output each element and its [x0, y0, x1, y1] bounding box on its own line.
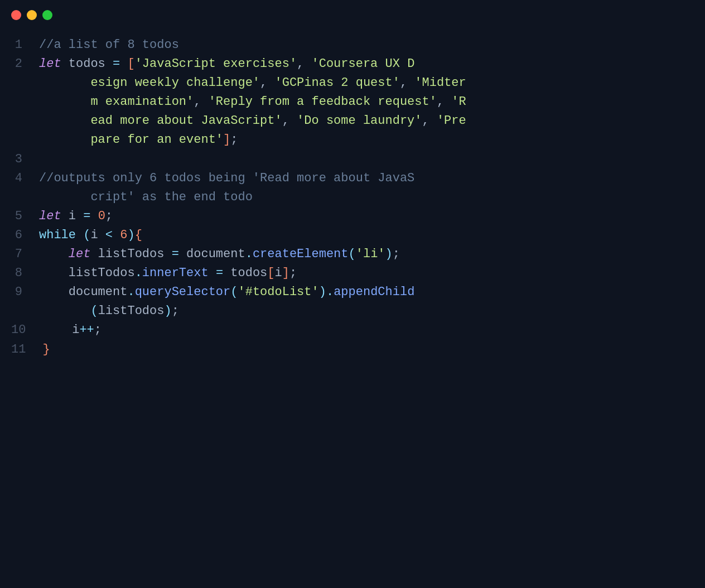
code-line-1: 1 //a list of 8 todos — [0, 36, 705, 55]
maximize-button[interactable] — [42, 10, 52, 20]
code-editor-window: 1 //a list of 8 todos 2 let todos = ['Ja… — [0, 0, 705, 588]
code-line-6: 6 while (i < 6){ — [0, 226, 705, 245]
minimize-button[interactable] — [27, 10, 37, 20]
line-number-11: 11 — [11, 340, 42, 359]
code-line-11: 11 } — [0, 340, 705, 359]
line-content-7: let listTodos = document.createElement('… — [39, 245, 400, 264]
code-line-3: 3 — [0, 150, 705, 169]
code-line-8: 8 listTodos.innerText = todos[i]; — [0, 264, 705, 283]
line-number-4: 4 — [11, 169, 39, 188]
line-content-5: let i = 0; — [39, 207, 113, 226]
line-content-8: listTodos.innerText = todos[i]; — [39, 264, 297, 283]
line-content-4: //outputs only 6 todos being 'Read more … — [39, 169, 414, 207]
code-line-10: 10 i++; — [0, 321, 705, 340]
code-line-9: 9 document.querySelector('#todoList').ap… — [0, 283, 705, 321]
code-line-5: 5 let i = 0; — [0, 207, 705, 226]
line-content-6: while (i < 6){ — [39, 226, 142, 245]
line-content-2: let todos = ['JavaScript exercises', 'Co… — [39, 55, 466, 150]
code-line-7: 7 let listTodos = document.createElement… — [0, 245, 705, 264]
line-content-10: i++; — [42, 321, 102, 340]
line-number-6: 6 — [11, 226, 39, 245]
line-content-11: } — [42, 340, 50, 359]
line-number-2: 2 — [11, 55, 39, 74]
line-number-9: 9 — [11, 283, 39, 302]
line-content-3 — [39, 150, 46, 169]
line-number-3: 3 — [11, 150, 39, 169]
close-button[interactable] — [11, 10, 21, 20]
title-bar — [0, 0, 705, 30]
line-number-1: 1 — [11, 36, 39, 55]
line-content-9: document.querySelector('#todoList').appe… — [39, 283, 414, 321]
code-line-2: 2 let todos = ['JavaScript exercises', '… — [0, 55, 705, 150]
line-content-1: //a list of 8 todos — [39, 36, 179, 55]
line-number-10: 10 — [11, 321, 42, 340]
line-number-7: 7 — [11, 245, 39, 264]
line-number-5: 5 — [11, 207, 39, 226]
code-line-4: 4 //outputs only 6 todos being 'Read mor… — [0, 169, 705, 207]
code-editor[interactable]: 1 //a list of 8 todos 2 let todos = ['Ja… — [0, 30, 705, 365]
line-number-8: 8 — [11, 264, 39, 283]
